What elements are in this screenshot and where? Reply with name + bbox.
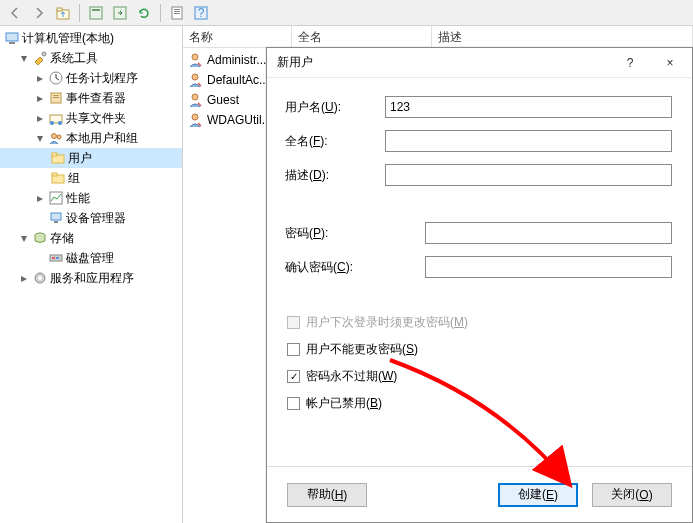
- view-button[interactable]: [85, 2, 107, 24]
- dialog-controls: ? ×: [610, 49, 690, 77]
- expand-icon[interactable]: ▸: [34, 92, 46, 104]
- svg-point-21: [52, 134, 57, 139]
- help-button[interactable]: ?: [610, 49, 650, 77]
- create-button[interactable]: 创建(E): [498, 483, 578, 507]
- svg-point-36: [192, 54, 198, 60]
- help-button[interactable]: ?: [190, 2, 212, 24]
- tree-label: 本地用户和组: [66, 130, 138, 147]
- svg-rect-24: [52, 153, 57, 156]
- tree-label: 性能: [66, 190, 90, 207]
- up-button[interactable]: [52, 2, 74, 24]
- tree-label: 磁盘管理: [66, 250, 114, 267]
- refresh-button[interactable]: [133, 2, 155, 24]
- user-icon: [187, 52, 203, 68]
- dialog-footer: 帮助(H) 创建(E) 关闭(O): [267, 466, 692, 522]
- close-button[interactable]: 关闭(O): [592, 483, 672, 507]
- username-input[interactable]: [385, 96, 672, 118]
- svg-point-22: [57, 135, 61, 139]
- expand-icon[interactable]: ▸: [34, 72, 46, 84]
- expand-icon[interactable]: ▾: [18, 52, 30, 64]
- tree-event-viewer[interactable]: ▸ 事件查看器: [0, 88, 182, 108]
- tree-performance[interactable]: ▸ 性能: [0, 188, 182, 208]
- toolbar-separator: [160, 4, 161, 22]
- tree-local-users[interactable]: ▾ 本地用户和组: [0, 128, 182, 148]
- checkbox-icon[interactable]: [287, 343, 300, 356]
- tree-label: 任务计划程序: [66, 70, 138, 87]
- help-button[interactable]: 帮助(H): [287, 483, 367, 507]
- tree-device-manager[interactable]: ▸ 设备管理器: [0, 208, 182, 228]
- svg-rect-29: [54, 221, 58, 223]
- svg-rect-16: [53, 95, 59, 96]
- svg-rect-8: [174, 13, 180, 14]
- tree-task-scheduler[interactable]: ▸ 任务计划程序: [0, 68, 182, 88]
- svg-point-13: [42, 52, 46, 56]
- svg-rect-6: [174, 9, 180, 10]
- tree-root[interactable]: 计算机管理(本地): [0, 28, 182, 48]
- col-name[interactable]: 名称: [183, 26, 292, 47]
- description-input[interactable]: [385, 164, 672, 186]
- users-icon: [48, 130, 64, 146]
- properties-button[interactable]: [166, 2, 188, 24]
- tree-label: 共享文件夹: [66, 110, 126, 127]
- export-button[interactable]: [109, 2, 131, 24]
- password-label: 密码(P):: [285, 225, 425, 242]
- user-name: DefaultAc...: [207, 73, 269, 87]
- share-icon: [48, 110, 64, 126]
- svg-point-20: [58, 121, 62, 125]
- tree-label: 存储: [50, 230, 74, 247]
- tools-icon: [32, 50, 48, 66]
- tree-label: 系统工具: [50, 50, 98, 67]
- toolbar: ?: [0, 0, 693, 26]
- checkbox-icon[interactable]: ✓: [287, 370, 300, 383]
- checkbox-cannot-change[interactable]: 用户不能更改密码(S): [285, 341, 672, 358]
- tree-disk-management[interactable]: ▸ 磁盘管理: [0, 248, 182, 268]
- checkbox-must-change: 用户下次登录时须更改密码(M): [285, 314, 672, 331]
- nav-tree[interactable]: 计算机管理(本地) ▾ 系统工具 ▸ 任务计划程序 ▸ 事件查看器 ▸ 共享文件…: [0, 26, 183, 523]
- back-button[interactable]: [4, 2, 26, 24]
- fullname-label: 全名(F):: [285, 133, 385, 150]
- confirm-password-input[interactable]: [425, 256, 672, 278]
- svg-point-39: [192, 114, 198, 120]
- svg-rect-1: [57, 8, 62, 11]
- username-label: 用户名(U):: [285, 99, 385, 116]
- folder-icon: [50, 170, 66, 186]
- user-name: Administr...: [207, 53, 266, 67]
- event-icon: [48, 90, 64, 106]
- dialog-titlebar[interactable]: 新用户 ? ×: [267, 48, 692, 78]
- svg-rect-2: [90, 7, 102, 19]
- col-desc[interactable]: 描述: [432, 26, 693, 47]
- checkbox-icon[interactable]: [287, 397, 300, 410]
- fullname-input[interactable]: [385, 130, 672, 152]
- tree-system-tools[interactable]: ▾ 系统工具: [0, 48, 182, 68]
- tree-shared-folders[interactable]: ▸ 共享文件夹: [0, 108, 182, 128]
- tree-users[interactable]: 用户: [0, 148, 182, 168]
- expand-icon[interactable]: ▸: [34, 192, 46, 204]
- tree-label: 组: [68, 170, 80, 187]
- svg-rect-11: [6, 33, 18, 41]
- collapse-icon[interactable]: ▾: [18, 232, 30, 244]
- col-fullname[interactable]: 全名: [292, 26, 432, 47]
- tree-services[interactable]: ▸ 服务和应用程序: [0, 268, 182, 288]
- collapse-icon[interactable]: ▾: [34, 132, 46, 144]
- clock-icon: [48, 70, 64, 86]
- svg-point-38: [192, 94, 198, 100]
- close-button[interactable]: ×: [650, 49, 690, 77]
- checkbox-label: 密码永不过期(W): [306, 368, 397, 385]
- checkbox-label: 帐户已禁用(B): [306, 395, 382, 412]
- expand-icon[interactable]: ▸: [34, 112, 46, 124]
- checkbox-account-disabled[interactable]: 帐户已禁用(B): [285, 395, 672, 412]
- forward-button[interactable]: [28, 2, 50, 24]
- user-name: WDAGUtil...: [207, 113, 272, 127]
- checkbox-never-expire[interactable]: ✓ 密码永不过期(W): [285, 368, 672, 385]
- tree-label: 用户: [68, 150, 92, 167]
- svg-point-37: [192, 74, 198, 80]
- user-icon: [187, 112, 203, 128]
- tree-storage[interactable]: ▾ 存储: [0, 228, 182, 248]
- tree-label: 计算机管理(本地): [22, 30, 114, 47]
- device-icon: [48, 210, 64, 226]
- storage-icon: [32, 230, 48, 246]
- password-input[interactable]: [425, 222, 672, 244]
- expand-icon[interactable]: ▸: [18, 272, 30, 284]
- toolbar-separator: [79, 4, 80, 22]
- tree-groups[interactable]: 组: [0, 168, 182, 188]
